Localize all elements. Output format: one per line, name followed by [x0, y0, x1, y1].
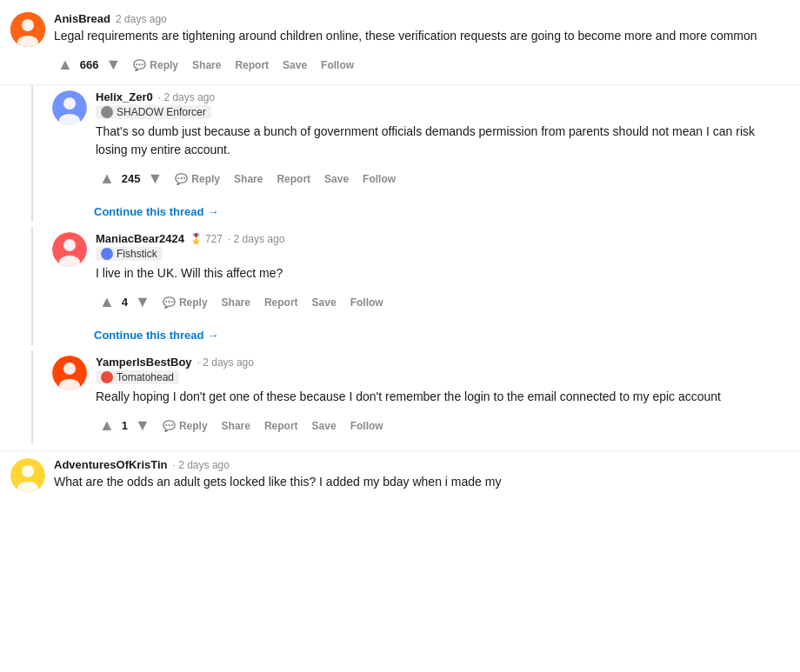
- comment-text: I live in the UK. Will this affect me?: [96, 264, 790, 283]
- reply-icon: 💬: [163, 420, 176, 432]
- comment-thread: AnisBread 2 days ago Legal requirements …: [0, 0, 800, 510]
- comment: ManiacBear2424 🎖️ 727 · 2 days ago Fishs…: [42, 227, 800, 320]
- comment: AnisBread 2 days ago Legal requirements …: [0, 7, 800, 85]
- reply-button[interactable]: 💬 Reply: [128, 56, 183, 75]
- comment-header: AnisBread 2 days ago: [54, 12, 790, 25]
- upvote-button[interactable]: ▲: [96, 166, 118, 191]
- downvote-button[interactable]: ▼: [131, 413, 154, 438]
- user-flair: SHADOW Enforcer: [96, 105, 211, 119]
- svg-point-13: [22, 465, 34, 477]
- share-button[interactable]: Share: [187, 56, 226, 75]
- vote-count: 1: [120, 419, 130, 432]
- comment-text: What are the odds an adult gets locked l…: [54, 473, 790, 491]
- downvote-button[interactable]: ▼: [103, 52, 125, 77]
- report-button[interactable]: Report: [259, 416, 303, 436]
- reply-button[interactable]: 💬 Reply: [170, 170, 225, 189]
- timestamp: · 2 days ago: [173, 459, 230, 471]
- username[interactable]: ManiacBear2424: [96, 232, 184, 245]
- timestamp: · 2 days ago: [158, 91, 215, 103]
- follow-button[interactable]: Follow: [357, 170, 401, 189]
- comment-body: AdventuresOfKrisTin · 2 days ago What ar…: [54, 458, 790, 498]
- share-button[interactable]: Share: [229, 170, 268, 189]
- continue-thread-link[interactable]: Continue this thread →: [94, 325, 800, 345]
- downvote-button[interactable]: ▼: [131, 289, 154, 315]
- save-button[interactable]: Save: [307, 293, 342, 312]
- vote-section: ▲ 245 ▼: [96, 166, 166, 191]
- comment-body: YamperIsBestBoy · 2 days ago Tomatohead …: [96, 356, 790, 438]
- comment-indent-level1: YamperIsBestBoy · 2 days ago Tomatohead …: [31, 350, 800, 443]
- comment: AdventuresOfKrisTin · 2 days ago What ar…: [0, 450, 800, 503]
- comment-header: YamperIsBestBoy · 2 days ago: [96, 356, 790, 369]
- comment-header: AdventuresOfKrisTin · 2 days ago: [54, 458, 790, 471]
- avatar: [10, 12, 45, 47]
- upvote-button[interactable]: ▲: [54, 52, 77, 77]
- username[interactable]: YamperIsBestBoy: [96, 356, 192, 369]
- flair-text: Tomatohead: [117, 371, 174, 383]
- report-button[interactable]: Report: [230, 56, 274, 75]
- vote-section: ▲ 4 ▼: [96, 289, 154, 315]
- save-button[interactable]: Save: [277, 56, 312, 75]
- timestamp: 2 days ago: [116, 13, 167, 25]
- comment-body: ManiacBear2424 🎖️ 727 · 2 days ago Fishs…: [96, 232, 790, 315]
- comment-actions: ▲ 1 ▼ 💬 Reply Share Report: [96, 413, 790, 438]
- comment-text: Really hoping I don't get one of these b…: [96, 388, 790, 406]
- svg-point-1: [22, 19, 34, 31]
- comment-header: Helix_Zer0 · 2 days ago: [96, 90, 790, 103]
- vote-count: 245: [120, 172, 143, 185]
- comment-indent-level1: Helix_Zer0 · 2 days ago SHADOW Enforcer …: [31, 85, 800, 222]
- reply-icon: 💬: [133, 59, 146, 71]
- timestamp: · 2 days ago: [228, 233, 284, 245]
- comment-body: AnisBread 2 days ago Legal requirements …: [54, 12, 790, 77]
- upvote-button[interactable]: ▲: [96, 413, 118, 438]
- comment-text: That's so dumb just because a bunch of g…: [96, 123, 790, 159]
- report-button[interactable]: Report: [271, 170, 316, 189]
- user-flair: Tomatohead: [96, 370, 179, 384]
- comment-actions: ▲ 666 ▼ 💬 Reply Share Report Save: [54, 52, 790, 77]
- comment-header: ManiacBear2424 🎖️ 727 · 2 days ago: [96, 232, 790, 245]
- karma-value: 727: [205, 233, 223, 245]
- avatar: [52, 232, 87, 267]
- comment-body: Helix_Zer0 · 2 days ago SHADOW Enforcer …: [96, 90, 790, 191]
- downvote-button[interactable]: ▼: [144, 166, 167, 191]
- report-button[interactable]: Report: [259, 293, 303, 312]
- reply-button[interactable]: 💬 Reply: [157, 293, 213, 312]
- follow-button[interactable]: Follow: [345, 416, 389, 436]
- flair-text: SHADOW Enforcer: [117, 106, 206, 118]
- reply-icon: 💬: [175, 173, 188, 185]
- vote-section: ▲ 666 ▼: [54, 52, 124, 77]
- save-button[interactable]: Save: [319, 170, 354, 189]
- avatar: [10, 458, 45, 493]
- arrow-right-icon: →: [207, 329, 218, 342]
- vote-count: 666: [78, 58, 101, 71]
- reply-icon: 💬: [163, 296, 176, 309]
- avatar: [52, 356, 87, 390]
- username[interactable]: Helix_Zer0: [96, 90, 153, 103]
- username[interactable]: AnisBread: [54, 12, 110, 25]
- comment-text: Legal requirements are tightening around…: [54, 27, 790, 45]
- karma-badge: 🎖️ 727: [190, 233, 223, 245]
- arrow-right-icon: →: [207, 205, 218, 218]
- follow-button[interactable]: Follow: [345, 293, 389, 312]
- comment-indent-level1: ManiacBear2424 🎖️ 727 · 2 days ago Fishs…: [31, 227, 800, 345]
- reply-button[interactable]: 💬 Reply: [157, 416, 213, 436]
- share-button[interactable]: Share: [217, 416, 256, 436]
- follow-button[interactable]: Follow: [316, 56, 359, 75]
- comment-actions: ▲ 4 ▼ 💬 Reply Share Report: [96, 289, 790, 315]
- upvote-button[interactable]: ▲: [96, 289, 118, 315]
- continue-thread-link[interactable]: Continue this thread →: [94, 202, 800, 222]
- karma-icon: 🎖️: [190, 233, 203, 245]
- svg-point-7: [63, 239, 76, 251]
- save-button[interactable]: Save: [307, 416, 342, 436]
- vote-count: 4: [120, 296, 130, 309]
- vote-section: ▲ 1 ▼: [96, 413, 154, 438]
- svg-point-10: [63, 363, 76, 375]
- continue-thread-text: Continue this thread: [94, 205, 203, 218]
- avatar: [52, 90, 87, 125]
- continue-thread-text: Continue this thread: [94, 329, 203, 342]
- flair-text: Fishstick: [117, 248, 157, 260]
- comment: YamperIsBestBoy · 2 days ago Tomatohead …: [42, 350, 800, 443]
- flair-icon: [101, 248, 113, 260]
- flair-icon: [101, 371, 113, 383]
- username[interactable]: AdventuresOfKrisTin: [54, 458, 168, 471]
- share-button[interactable]: Share: [217, 293, 256, 312]
